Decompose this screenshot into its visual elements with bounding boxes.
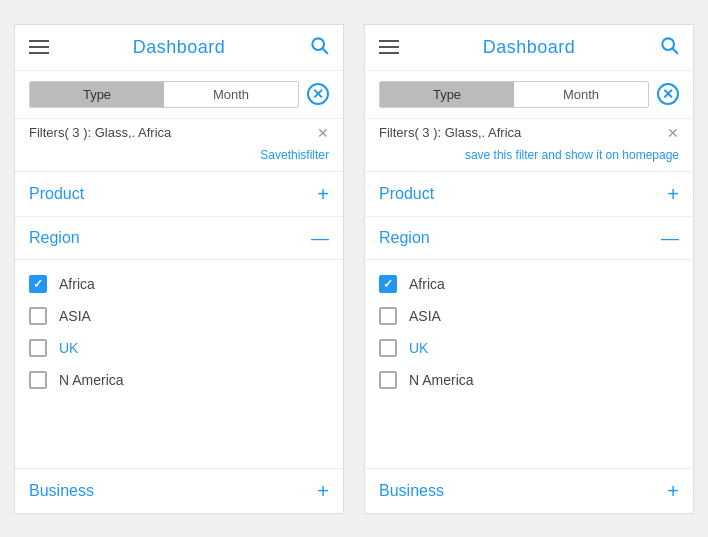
- checkbox-label-2: UK: [409, 340, 428, 356]
- hamburger-icon[interactable]: [379, 40, 399, 54]
- tab-type[interactable]: Type: [30, 82, 164, 107]
- close-toggle-button[interactable]: ✕: [307, 83, 329, 105]
- checkbox-item-0: Africa: [29, 268, 329, 300]
- panel-2: Dashboard Type Month ✕ Filters( 3 ): Gla…: [364, 24, 694, 514]
- panel-1: Dashboard Type Month ✕ Filters( 3 ): Gla…: [14, 24, 344, 514]
- business-label: Business: [29, 482, 94, 500]
- checkbox-item-1: ASIA: [29, 300, 329, 332]
- search-icon[interactable]: [309, 35, 329, 60]
- checkbox-2[interactable]: [379, 339, 397, 357]
- checkbox-1[interactable]: [379, 307, 397, 325]
- toggle-tabs: Type Month: [29, 81, 299, 108]
- business-plus-icon: +: [317, 481, 329, 501]
- product-plus-icon: +: [667, 184, 679, 204]
- region-minus-icon: —: [661, 229, 679, 247]
- product-label: Product: [29, 185, 84, 203]
- dashboard-title: Dashboard: [133, 37, 226, 58]
- filter-text: Filters( 3 ): Glass,. Africa: [379, 125, 521, 140]
- product-label: Product: [379, 185, 434, 203]
- checkbox-item-3: N America: [379, 364, 679, 396]
- checkbox-3[interactable]: [29, 371, 47, 389]
- region-section[interactable]: Region —: [365, 216, 693, 259]
- tab-month[interactable]: Month: [514, 82, 648, 107]
- header: Dashboard: [365, 25, 693, 71]
- product-plus-icon: +: [317, 184, 329, 204]
- save-filter-link[interactable]: save this filter and show it on homepage: [465, 148, 679, 162]
- save-filter-row: save this filter and show it on homepage: [365, 143, 693, 171]
- checkbox-list: Africa ASIA UK N America: [15, 259, 343, 404]
- checkbox-item-1: ASIA: [379, 300, 679, 332]
- svg-line-1: [323, 48, 328, 53]
- hamburger-icon[interactable]: [29, 40, 49, 54]
- dashboard-title: Dashboard: [483, 37, 576, 58]
- tab-type[interactable]: Type: [380, 82, 514, 107]
- checkbox-1[interactable]: [29, 307, 47, 325]
- toggle-row: Type Month ✕: [15, 71, 343, 119]
- business-plus-icon: +: [667, 481, 679, 501]
- checkbox-item-0: Africa: [379, 268, 679, 300]
- product-section[interactable]: Product +: [365, 171, 693, 216]
- toggle-row: Type Month ✕: [365, 71, 693, 119]
- checkbox-0[interactable]: [379, 275, 397, 293]
- header: Dashboard: [15, 25, 343, 71]
- checkbox-item-3: N America: [29, 364, 329, 396]
- close-toggle-button[interactable]: ✕: [657, 83, 679, 105]
- checkbox-label-1: ASIA: [59, 308, 91, 324]
- checkbox-list: Africa ASIA UK N America: [365, 259, 693, 404]
- business-section[interactable]: Business +: [365, 468, 693, 513]
- filter-close-icon[interactable]: ✕: [317, 125, 329, 141]
- region-section[interactable]: Region —: [15, 216, 343, 259]
- region-label: Region: [29, 229, 80, 247]
- checkbox-label-1: ASIA: [409, 308, 441, 324]
- checkbox-0[interactable]: [29, 275, 47, 293]
- save-filter-row: Savethisfilter: [15, 143, 343, 171]
- region-minus-icon: —: [311, 229, 329, 247]
- toggle-tabs: Type Month: [379, 81, 649, 108]
- filter-info: Filters( 3 ): Glass,. Africa ✕: [365, 119, 693, 143]
- tab-month[interactable]: Month: [164, 82, 298, 107]
- checkbox-label-3: N America: [59, 372, 124, 388]
- checkbox-2[interactable]: [29, 339, 47, 357]
- checkbox-item-2: UK: [29, 332, 329, 364]
- checkbox-label-3: N America: [409, 372, 474, 388]
- filter-info: Filters( 3 ): Glass,. Africa ✕: [15, 119, 343, 143]
- save-filter-link[interactable]: Savethisfilter: [260, 148, 329, 162]
- business-label: Business: [379, 482, 444, 500]
- search-icon[interactable]: [659, 35, 679, 60]
- region-label: Region: [379, 229, 430, 247]
- checkbox-label-2: UK: [59, 340, 78, 356]
- business-section[interactable]: Business +: [15, 468, 343, 513]
- checkbox-label-0: Africa: [409, 276, 445, 292]
- svg-line-3: [673, 48, 678, 53]
- checkbox-label-0: Africa: [59, 276, 95, 292]
- checkbox-3[interactable]: [379, 371, 397, 389]
- checkbox-item-2: UK: [379, 332, 679, 364]
- filter-close-icon[interactable]: ✕: [667, 125, 679, 141]
- product-section[interactable]: Product +: [15, 171, 343, 216]
- filter-text: Filters( 3 ): Glass,. Africa: [29, 125, 171, 140]
